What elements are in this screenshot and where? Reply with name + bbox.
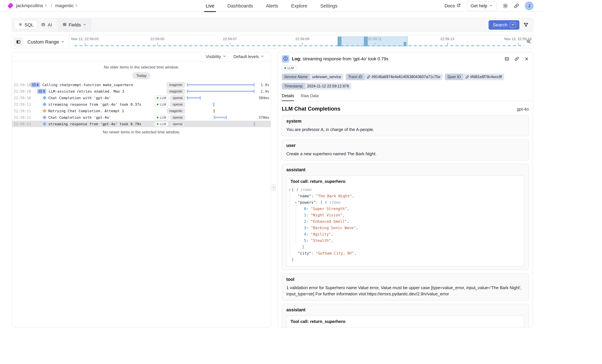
sql-mode-button[interactable]: SQL (14, 20, 38, 30)
timeline-selection[interactable] (338, 37, 408, 46)
log-row[interactable]: 22:59:106Calling chatprompt-function mak… (12, 82, 271, 88)
json-token-str: "Agility" (311, 232, 331, 236)
query-input[interactable] (91, 18, 489, 32)
tag-llm: LLM (154, 102, 169, 107)
close-button[interactable] (524, 57, 529, 61)
sidebar-toggle-button[interactable] (14, 37, 23, 47)
tree-connector (35, 91, 37, 91)
collapse-badge[interactable]: 6 (31, 82, 40, 87)
tree-connector (42, 108, 42, 114)
json-token-key: "powers" (298, 200, 316, 205)
enter-key-icon (510, 22, 516, 28)
json-collapse-chevron-icon[interactable] (288, 327, 291, 327)
tool-call-card: Tool call: return_superhero{ 3 items"nam… (286, 315, 524, 327)
message-role: user (286, 143, 524, 148)
search-button[interactable]: Search (489, 20, 519, 30)
timeline-histogram[interactable]: Nov 12, 22:59:0322:59:0522:59:0722:59:09… (69, 35, 524, 49)
log-row[interactable]: 22:59:11Chat Completion with 'gpt-4o'LLM… (12, 114, 271, 121)
meta-badges-row: Service Nameunknown_serviceTrace ID#9146… (282, 73, 529, 80)
tree-connector (42, 94, 42, 101)
timeline-tick (230, 42, 230, 45)
get-help-button[interactable]: Get help (467, 1, 497, 11)
docs-link[interactable]: Docs (444, 3, 461, 9)
log-message: streaming response from 'gpt-4o' took 0.… (48, 122, 141, 126)
json-line: 4: "Agility", (290, 231, 520, 238)
collapse-count: 5 (43, 89, 45, 94)
org-name: jackmpcollins (16, 3, 43, 8)
json-token-key: "name" (298, 194, 311, 198)
timeline-tick-label: Nov 12, 22:59:16 (504, 37, 532, 41)
tool-call-title: Tool call: return_superhero (290, 179, 520, 184)
json-token-pun: : (306, 207, 311, 211)
type-pill-row: LLM (282, 65, 529, 71)
tab-dashboards[interactable]: Dashboards (227, 0, 253, 12)
json-line: ] (290, 244, 520, 250)
visibility-dropdown[interactable]: Visibility (206, 54, 226, 59)
duration-label: 370ms (255, 115, 269, 120)
json-collapse-chevron-icon[interactable] (294, 199, 298, 206)
tool-call-card: Tool call: return_superhero{ 3 items"nam… (286, 175, 524, 267)
panel-resize-handle[interactable] (272, 184, 276, 191)
tag-llm: LLM (154, 95, 169, 101)
json-token-brace: } (291, 258, 294, 262)
log-row[interactable]: 22:59:105LLM-assisted retries enabled. M… (12, 88, 271, 94)
fields-dropdown[interactable]: Fields (58, 18, 91, 32)
meta-value: 2024-11-12 22:59:12.876 (305, 83, 351, 90)
detail-tab-raw-data[interactable]: Raw Data (301, 94, 319, 101)
tab-settings[interactable]: Settings (320, 0, 338, 12)
duration-label: 384ms (255, 96, 269, 100)
collapse-count: 6 (37, 83, 39, 87)
link-icon (465, 75, 469, 79)
json-token-pun: , (342, 213, 344, 217)
json-line: 0: "Super Strength", (290, 206, 520, 212)
log-row[interactable]: 22:59:12streaming response from 'gpt-4o'… (12, 121, 271, 127)
duration-gantt (187, 88, 255, 94)
copy-link-button[interactable] (515, 57, 519, 61)
section-title: LLM Chat Completions (282, 106, 340, 112)
warning-diamond-icon (43, 109, 46, 113)
detail-tab-details[interactable]: Details (282, 94, 294, 101)
chat-messages: systemYou are professor A, in charge of … (282, 115, 529, 327)
log-row[interactable]: 22:59:11streaming response from 'gpt-4o'… (12, 101, 271, 108)
time-range-selector[interactable]: Custom Range (27, 35, 69, 49)
meta-value: unknown_service (310, 73, 344, 80)
meta-key: Trace ID (346, 73, 364, 80)
layout-toggle-button[interactable] (504, 56, 509, 61)
chevron-down-icon (223, 54, 226, 59)
tag-magentic: magentic (167, 89, 185, 94)
avatar[interactable]: J (525, 1, 534, 10)
detail-tabs: DetailsRaw Data (278, 94, 533, 101)
tag-llm: LLM (154, 121, 169, 127)
theme-toggle-button[interactable] (503, 3, 508, 9)
meta-value[interactable]: #9146a6974e4e6140538043607a71c75e (365, 73, 443, 80)
log-row[interactable]: 22:59:10Chat Completion with 'gpt-4o'LLM… (12, 94, 271, 101)
log-timestamp: 22:59:11 (14, 115, 28, 120)
tab-explore[interactable]: Explore (291, 0, 308, 12)
tag-label: openai (173, 103, 183, 106)
log-row[interactable]: 22:59:11Retrying Chat Completion. Attemp… (12, 108, 271, 114)
gantt-bar (187, 84, 254, 85)
share-link-button[interactable] (514, 3, 519, 8)
tab-alerts[interactable]: Alerts (266, 0, 279, 12)
get-help-label: Get help (471, 3, 487, 9)
json-line: } (290, 257, 520, 263)
json-token-pun: , (347, 207, 349, 211)
green-dot-icon (157, 104, 159, 105)
tag-label: LLM (160, 116, 166, 119)
json-line: "name": "The Bark Night", (290, 193, 520, 199)
filter-icon[interactable] (523, 22, 528, 28)
tag-label: magentic (169, 83, 183, 87)
org-switcher[interactable]: jackmpcollins (16, 3, 47, 8)
timeline-tick-label: 22:59:05 (150, 37, 164, 41)
tag-openai: openai (170, 102, 185, 107)
dataset-switcher[interactable]: magentic (55, 3, 78, 8)
json-collapse-chevron-icon[interactable] (288, 187, 291, 193)
meta-value[interactable]: #fd81e8f78c4ecc9f (463, 73, 504, 80)
histogram-bar (404, 42, 407, 46)
collapse-badge[interactable]: 5 (37, 89, 46, 94)
json-tree: { 3 items"name": "THE BARK NIGHT","power… (290, 327, 520, 327)
ai-mode-button[interactable]: AI (38, 20, 55, 30)
default-levels-dropdown[interactable]: Default levels (233, 54, 264, 59)
span-diamond-icon (43, 96, 46, 100)
tab-live[interactable]: Live (205, 0, 215, 12)
